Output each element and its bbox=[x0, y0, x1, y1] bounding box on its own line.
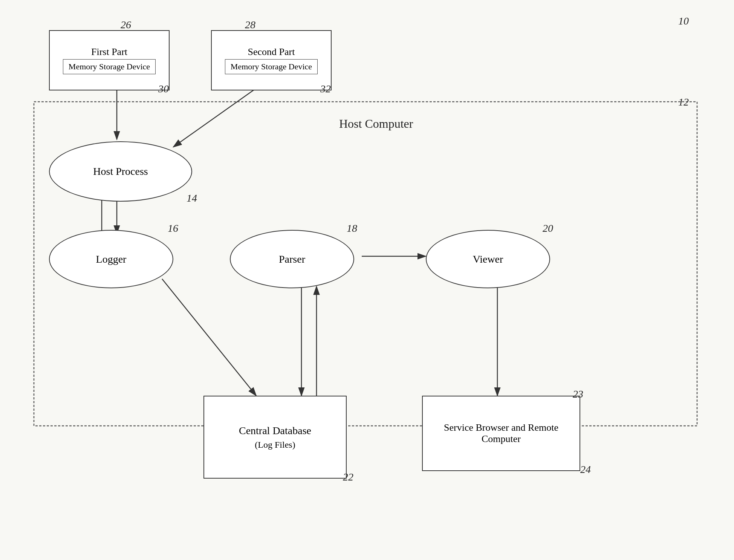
logger-label: Logger bbox=[96, 253, 127, 265]
host-process-label: Host Process bbox=[93, 165, 148, 177]
parser-ellipse: Parser bbox=[230, 230, 354, 288]
first-part-box: First Part Memory Storage Device bbox=[49, 30, 170, 90]
ref-22-label: 22 bbox=[343, 471, 353, 483]
second-part-label: Second Part bbox=[248, 46, 295, 58]
ref-14-label: 14 bbox=[187, 192, 197, 204]
svg-line-2 bbox=[173, 83, 264, 147]
host-computer-label: Host Computer bbox=[339, 117, 413, 131]
ref-18-label: 18 bbox=[347, 222, 357, 234]
ref-12-label: 12 bbox=[678, 96, 689, 108]
service-browser-label: Service Browser and Remote Computer bbox=[427, 422, 575, 445]
central-db-sub: (Log Files) bbox=[255, 440, 295, 450]
service-browser-box: Service Browser and Remote Computer bbox=[422, 396, 580, 471]
host-process-ellipse: Host Process bbox=[49, 141, 192, 202]
ref-32-label: 32 bbox=[320, 83, 331, 95]
ref-23-label: 23 bbox=[573, 388, 583, 400]
viewer-ellipse: Viewer bbox=[426, 230, 550, 288]
ref-20-label: 20 bbox=[543, 222, 553, 234]
central-db-box: Central Database (Log Files) bbox=[203, 396, 347, 479]
parser-label: Parser bbox=[279, 253, 305, 265]
second-part-box: Second Part Memory Storage Device bbox=[211, 30, 332, 90]
central-db-label: Central Database bbox=[239, 425, 311, 437]
ref-26-label: 26 bbox=[121, 19, 131, 31]
svg-line-5 bbox=[162, 279, 256, 396]
first-part-label: First Part bbox=[91, 46, 127, 58]
ref-10-label: 10 bbox=[678, 15, 689, 27]
ref-24-label: 24 bbox=[580, 464, 591, 476]
logger-ellipse: Logger bbox=[49, 230, 173, 288]
second-part-memory: Memory Storage Device bbox=[225, 59, 318, 74]
viewer-label: Viewer bbox=[473, 253, 503, 265]
diagram-container: 10 26 28 12 First Part Memory Storage De… bbox=[0, 0, 734, 560]
ref-30-label: 30 bbox=[158, 83, 169, 95]
ref-28-label: 28 bbox=[245, 19, 255, 31]
ref-16-label: 16 bbox=[168, 222, 178, 234]
first-part-memory: Memory Storage Device bbox=[63, 59, 156, 74]
